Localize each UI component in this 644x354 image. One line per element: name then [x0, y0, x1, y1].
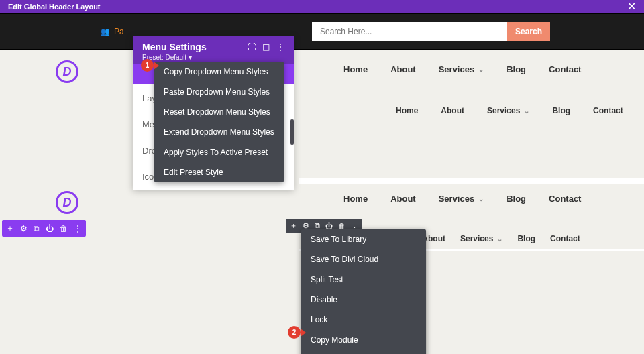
- header-preview-top: D Home About Services⌄ Blog Contact Home…: [0, 50, 644, 129]
- ctx-copy-dropdown-styles[interactable]: Copy Dropdown Menu Styles: [154, 62, 284, 82]
- ctx-copy-module-styles[interactable]: Copy Module Styles: [301, 350, 426, 354]
- nav-item-services[interactable]: Services⌄: [487, 106, 529, 115]
- duplicate-icon[interactable]: ⧉: [34, 224, 40, 233]
- search-button[interactable]: Search: [507, 22, 550, 41]
- panel-title: Menu Settings: [142, 42, 207, 52]
- nav-item-contact[interactable]: Contact: [549, 194, 581, 204]
- divi-logo-icon: D: [56, 191, 78, 214]
- nav-item-contact[interactable]: Contact: [593, 106, 623, 115]
- chevron-down-icon: ⌄: [478, 66, 484, 73]
- nav-item-about[interactable]: About: [390, 194, 416, 204]
- nav-item-contact[interactable]: Contact: [550, 234, 580, 243]
- nav-item-blog[interactable]: Blog: [506, 64, 526, 74]
- chevron-down-icon: ⌄: [524, 107, 529, 115]
- secondary-bar: 👥 Pa Search: [0, 13, 644, 50]
- nav-primary: Home About Services⌄ Blog Contact: [343, 194, 581, 204]
- module-context-menu: Save To Library Save To Divi Cloud Split…: [301, 229, 426, 354]
- nav-item-home[interactable]: Home: [343, 64, 368, 74]
- logo-column: D: [0, 184, 134, 251]
- trash-icon[interactable]: 🗑: [60, 224, 68, 233]
- nav-item-services[interactable]: Services⌄: [460, 234, 502, 243]
- chevron-down-icon: ⌄: [478, 195, 484, 202]
- ctx-disable[interactable]: Disable: [301, 290, 426, 310]
- columns-icon[interactable]: ◫: [262, 42, 270, 52]
- expand-icon[interactable]: ⛶: [248, 42, 256, 52]
- page-title: Edit Global Header Layout: [8, 3, 101, 11]
- nav-item-services[interactable]: Services⌄: [439, 64, 484, 74]
- truncated-text: Pa: [114, 27, 124, 36]
- ctx-reset-dropdown-styles[interactable]: Reset Dropdown Menu Styles: [154, 102, 284, 122]
- nav-item-services[interactable]: Services⌄: [439, 194, 484, 204]
- secondary-left: 👥 Pa: [0, 27, 312, 36]
- ctx-lock[interactable]: Lock: [301, 310, 426, 330]
- ctx-copy-module[interactable]: Copy Module: [301, 330, 426, 350]
- title-bar: Edit Global Header Layout ✕: [0, 0, 644, 13]
- nav-item-blog[interactable]: Blog: [517, 234, 535, 243]
- ctx-save-to-divi-cloud[interactable]: Save To Divi Cloud: [301, 249, 426, 270]
- search-input[interactable]: [312, 22, 507, 41]
- search-box: Search: [312, 22, 550, 41]
- kebab-icon[interactable]: ⋮: [276, 42, 284, 52]
- nav-item-blog[interactable]: Blog: [506, 194, 526, 204]
- gear-icon[interactable]: ⚙: [20, 224, 28, 233]
- nav-item-about[interactable]: About: [441, 106, 464, 115]
- panel-header: Menu Settings ⛶ ◫ ⋮ Preset: Default ▾: [133, 36, 294, 64]
- ctx-paste-dropdown-styles[interactable]: Paste Dropdown Menu Styles: [154, 82, 284, 102]
- ctx-apply-to-preset[interactable]: Apply Styles To Active Preset: [154, 142, 284, 162]
- ctx-edit-preset-style[interactable]: Edit Preset Style: [154, 162, 284, 182]
- search-wrap: Search: [312, 22, 644, 41]
- nav-secondary: Home About Services⌄ Blog Contact: [396, 106, 623, 115]
- logo-column: D: [0, 50, 134, 129]
- ctx-save-to-library[interactable]: Save To Library: [301, 229, 426, 249]
- nav-primary: Home About Services⌄ Blog Contact: [343, 64, 581, 74]
- nav-item-about[interactable]: About: [390, 64, 416, 74]
- nav-item-home[interactable]: Home: [343, 194, 368, 204]
- add-icon[interactable]: ＋: [290, 221, 297, 231]
- people-icon: 👥: [101, 27, 110, 36]
- nav-item-home[interactable]: Home: [396, 106, 418, 115]
- trash-icon[interactable]: 🗑: [338, 222, 345, 230]
- chevron-down-icon: ⌄: [497, 235, 502, 243]
- ctx-extend-dropdown-styles[interactable]: Extend Dropdown Menu Styles: [154, 122, 284, 142]
- annotation-badge-2: 2: [288, 326, 301, 339]
- nav-item-contact[interactable]: Contact: [549, 64, 581, 74]
- annotation-badge-1: 1: [141, 59, 154, 72]
- preset-context-menu: Copy Dropdown Menu Styles Paste Dropdown…: [154, 62, 284, 182]
- close-icon[interactable]: ✕: [627, 1, 636, 12]
- builder-toolbar: ＋ ⚙ ⧉ ⏻ 🗑 ⋮: [2, 220, 86, 237]
- kebab-icon[interactable]: ⋮: [74, 224, 82, 233]
- ctx-split-test[interactable]: Split Test: [301, 270, 426, 290]
- preset-selector[interactable]: Preset: Default ▾: [142, 54, 284, 61]
- divi-logo-icon: D: [56, 60, 78, 83]
- add-icon[interactable]: ＋: [6, 223, 14, 234]
- power-icon[interactable]: ⏻: [46, 224, 54, 233]
- nav-item-blog[interactable]: Blog: [552, 106, 570, 115]
- scrollbar-thumb[interactable]: [290, 119, 294, 145]
- power-icon[interactable]: ⏻: [325, 222, 333, 230]
